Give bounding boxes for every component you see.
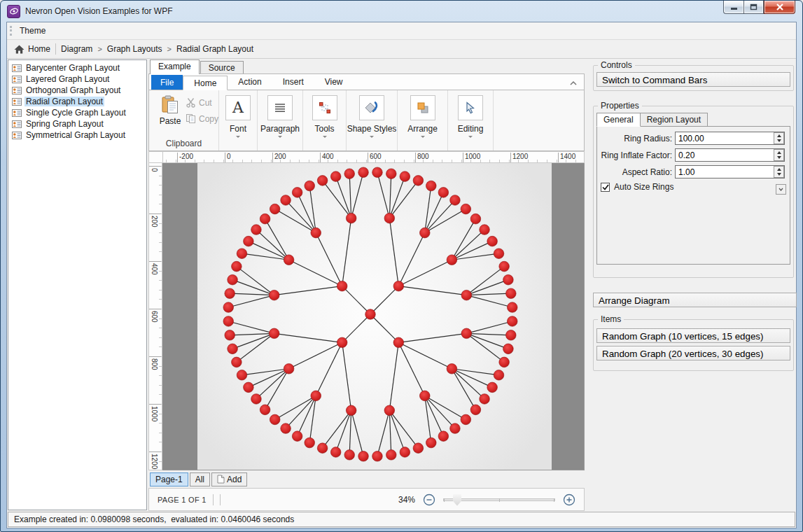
ribbon-group-font[interactable]: A Font [219,90,258,150]
graph-node[interactable] [284,363,294,374]
graph-node[interactable] [494,370,504,380]
graph-node[interactable] [470,405,481,415]
breadcrumb-item-current[interactable]: Radial Graph Layout [176,44,253,54]
zoom-slider[interactable] [443,493,555,507]
graph-node[interactable] [260,214,270,224]
zoom-in-button[interactable] [563,493,575,506]
ribbon-group-tools[interactable]: Tools [303,90,347,150]
radial-graph-svg[interactable] [162,163,585,470]
menu-item-theme[interactable]: Theme [15,24,50,37]
graph-node[interactable] [244,382,254,393]
graph-node[interactable] [386,450,396,461]
graph-node[interactable] [284,255,294,265]
graph-node[interactable] [337,281,347,291]
ring-inflate-factor-input[interactable] [675,148,785,162]
paste-button[interactable]: Paste [158,95,183,126]
sidebar-item-radial[interactable]: Radial Graph Layout [8,96,146,107]
ring-radius-spinner[interactable] [774,132,784,144]
breadcrumb-item-graph-layouts[interactable]: Graph Layouts [107,44,162,54]
tab-general[interactable]: General [596,113,641,127]
graph-node[interactable] [244,236,254,246]
sidebar-item-layered[interactable]: Layered Graph Layout [8,74,146,85]
ribbon-tab-insert[interactable]: Insert [272,75,314,90]
maximize-button[interactable] [743,1,764,14]
graph-node[interactable] [270,204,280,214]
graph-node[interactable] [384,405,395,416]
graph-node[interactable] [232,357,242,368]
graph-node[interactable] [400,447,410,458]
graph-node[interactable] [225,330,235,340]
graph-node[interactable] [503,344,514,354]
aspect-ratio-spinner[interactable] [774,166,784,178]
switch-to-command-bars-button[interactable]: Switch to Command Bars [596,72,790,87]
ribbon-group-editing[interactable]: Editing [448,90,494,150]
sidebar-item-barycenter[interactable]: Barycenter Graph Layout [8,62,146,74]
tab-example[interactable]: Example [150,59,200,74]
graph-node[interactable] [450,424,461,434]
copy-button[interactable]: Copy [186,113,218,124]
minimize-button[interactable] [723,1,743,14]
graph-node[interactable] [438,431,449,442]
graph-node[interactable] [330,172,341,182]
breadcrumb-home[interactable]: Home [14,44,50,54]
graph-node[interactable] [480,225,490,235]
page-tab-add[interactable]: Add [211,472,247,486]
graph-node[interactable] [346,405,356,416]
graph-node[interactable] [270,414,280,425]
graph-node[interactable] [305,438,315,448]
graph-node[interactable] [487,382,498,393]
graph-node[interactable] [461,290,472,300]
graph-node[interactable] [223,302,234,313]
graph-node[interactable] [237,370,247,380]
graph-node[interactable] [237,248,247,259]
graph-node[interactable] [426,438,436,448]
graph-node[interactable] [507,302,517,313]
graph-node[interactable] [461,204,471,214]
graph-node[interactable] [372,167,383,178]
drawing-canvas[interactable] [162,163,585,470]
graph-node[interactable] [503,274,514,285]
ribbon-group-arrange[interactable]: Arrange [398,90,448,150]
ribbon-tab-file[interactable]: File [151,75,183,90]
graph-node[interactable] [251,394,262,405]
graph-node[interactable] [447,363,457,374]
page-tab-all[interactable]: All [190,472,210,486]
property-dropdown-button[interactable] [776,184,786,195]
graph-node[interactable] [494,248,504,259]
graph-node[interactable] [470,214,481,224]
graph-node[interactable] [269,328,279,339]
graph-node[interactable] [317,176,328,186]
graph-node[interactable] [487,236,498,246]
random-graph-20-button[interactable]: Random Graph (20 vertices, 30 edges) [596,346,790,360]
graph-node[interactable] [447,255,457,265]
sidebar-item-symmetrical[interactable]: Symmetrical Graph Layout [8,130,146,141]
graph-node[interactable] [344,169,355,179]
graph-node[interactable] [419,391,430,401]
page-tab-page1[interactable]: Page-1 [150,472,188,486]
graph-node[interactable] [413,176,424,186]
breadcrumb-item-diagram[interactable]: Diagram [61,44,92,54]
graph-node[interactable] [311,227,321,238]
graph-node[interactable] [225,288,235,299]
aspect-ratio-input[interactable] [675,165,785,178]
graph-node[interactable] [330,447,341,458]
sidebar-item-single-cycle[interactable]: Single Cycle Graph Layout [8,107,146,118]
ribbon-group-paragraph[interactable]: Paragraph [258,90,303,150]
graph-node[interactable] [372,451,383,461]
ribbon-tab-view[interactable]: View [314,75,354,90]
graph-node[interactable] [317,443,328,454]
graph-node[interactable] [228,344,238,354]
sidebar-item-spring[interactable]: Spring Graph Layout [8,118,146,130]
graph-node[interactable] [281,195,291,206]
tab-source[interactable]: Source [200,61,244,74]
graph-node[interactable] [305,181,315,191]
graph-node[interactable] [386,169,396,179]
ring-radius-input[interactable] [675,132,785,145]
graph-node[interactable] [358,167,369,178]
graph-node[interactable] [292,431,302,442]
cut-button[interactable]: Cut [186,97,218,108]
close-button[interactable] [764,1,795,14]
graph-node[interactable] [232,261,242,272]
graph-node[interactable] [499,261,510,272]
zoom-slider-handle[interactable] [453,494,461,506]
